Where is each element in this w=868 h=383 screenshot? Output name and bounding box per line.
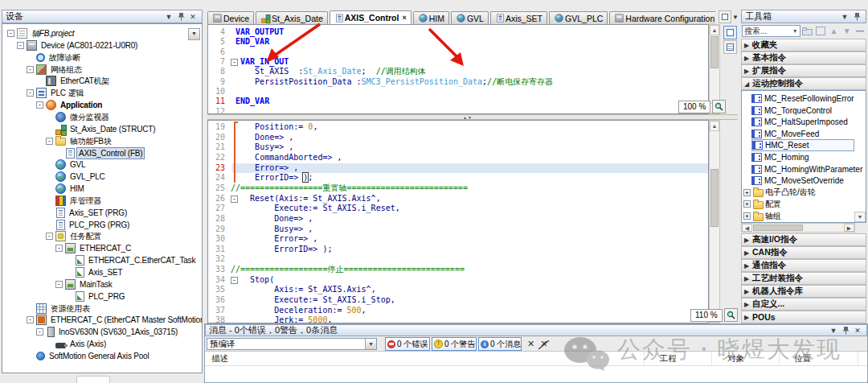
tree-item[interactable]: Axis_SET (PRG) bbox=[2, 207, 202, 219]
editor-splitter[interactable]: ▲▼ bbox=[207, 114, 738, 120]
expander-icon[interactable]: - bbox=[27, 89, 34, 97]
tree-item[interactable]: -PLC 逻辑 bbox=[2, 87, 202, 99]
move-up-icon[interactable]: ▲ bbox=[828, 26, 839, 37]
expander-icon[interactable]: - bbox=[55, 281, 63, 288]
toolbox-section[interactable]: ◢运动控制指令 bbox=[741, 77, 866, 90]
fold-icon[interactable]: - bbox=[231, 59, 238, 66]
warnings-toggle-button[interactable]: 0 个警告 bbox=[432, 337, 477, 351]
tree-item[interactable]: SoftMotion General Axis Pool bbox=[2, 350, 202, 362]
chevron-down-icon[interactable]: ▼ bbox=[792, 28, 798, 34]
tab-axis-control[interactable]: AXIS_Control× bbox=[330, 10, 411, 24]
expander-icon[interactable]: - bbox=[46, 138, 53, 145]
magnifier-icon[interactable] bbox=[712, 100, 726, 113]
expander-icon[interactable]: - bbox=[36, 328, 43, 336]
toolbox-item[interactable]: HMC_Reset bbox=[751, 139, 854, 151]
tab-him[interactable]: HIM bbox=[413, 11, 449, 24]
tab-dropdown-icon[interactable]: ▼ bbox=[732, 14, 739, 21]
dropdown-icon[interactable]: ▼ bbox=[163, 11, 174, 22]
tree-item[interactable]: EtherCAT机架 bbox=[2, 75, 202, 87]
col-description[interactable]: 描述 bbox=[211, 353, 228, 364]
tab-hardware-configuration[interactable]: Hardware Configuration bbox=[609, 11, 715, 24]
tree-item[interactable]: Axis_SET bbox=[2, 266, 202, 278]
tree-item[interactable]: 微分监视器 bbox=[2, 111, 202, 123]
expander-icon[interactable]: - bbox=[36, 101, 43, 109]
tree-item[interactable]: Axis (Axis) bbox=[2, 338, 202, 350]
toolbox-item[interactable]: +配置 bbox=[743, 198, 854, 210]
body-zoom-control[interactable]: 110 % bbox=[690, 308, 738, 322]
expander-icon[interactable]: - bbox=[27, 66, 34, 73]
pin-icon[interactable] bbox=[840, 325, 851, 336]
decl-zoom-control[interactable]: 100 % bbox=[678, 100, 726, 113]
tab-device[interactable]: Device bbox=[207, 11, 254, 24]
chevron-down-icon[interactable]: ▼ bbox=[365, 339, 376, 349]
toolbox-item[interactable]: MC_MoveSetOverride bbox=[751, 175, 854, 187]
new-folder-icon[interactable] bbox=[802, 26, 813, 37]
dropdown-icon[interactable]: ▼ bbox=[839, 11, 850, 22]
body-scrollbar[interactable]: ▲ ▼ bbox=[709, 120, 720, 323]
fold-icon[interactable]: - bbox=[231, 277, 238, 284]
pin-icon[interactable] bbox=[851, 11, 862, 22]
toolbox-section[interactable]: ▶收藏夹 bbox=[741, 39, 866, 51]
toolbox-section[interactable]: ▶工艺封装指令 bbox=[741, 272, 866, 285]
expander-icon[interactable]: - bbox=[55, 245, 63, 252]
expander-icon[interactable]: - bbox=[27, 316, 34, 323]
declaration-pane[interactable]: 4 VAR_OUTPUT5 END_VAR67-VAR_IN_OUT8 St_A… bbox=[207, 24, 709, 114]
messages-toggle-button[interactable]: 0 个消息 bbox=[478, 337, 522, 351]
tab-gvl[interactable]: GVL bbox=[451, 11, 489, 24]
toolbox-item[interactable]: MC_Homing bbox=[751, 151, 854, 163]
expander-icon[interactable]: + bbox=[743, 200, 751, 208]
toolbox-item[interactable]: MC_ResetFollowingError bbox=[751, 93, 854, 105]
toolbox-item[interactable]: MC_MoveFeed bbox=[751, 128, 854, 140]
tree-item[interactable]: -ETHERCAT_C (EtherCAT Master SoftMotion) bbox=[2, 314, 202, 326]
message-filter-combo[interactable]: 预编译 ▼ bbox=[207, 338, 377, 350]
tree-item[interactable]: PLC_PRG bbox=[2, 290, 202, 303]
filter-clear-icon[interactable]: ✕ bbox=[540, 339, 547, 349]
toolbox-item[interactable]: +电子凸轮/齿轮 bbox=[743, 187, 854, 199]
tree-item[interactable]: -MainTask bbox=[2, 278, 202, 290]
toolbox-item[interactable]: MC_HaltSuperImposed bbox=[751, 116, 854, 128]
toolbox-section[interactable]: ▶基本指令 bbox=[741, 51, 866, 64]
toolbox-vscroll-down[interactable]: ▼ bbox=[854, 212, 866, 222]
declaration-view-button[interactable] bbox=[723, 26, 737, 39]
tree-item[interactable]: HIM bbox=[2, 183, 202, 195]
tree-item[interactable]: -轴FB.project▼ bbox=[2, 27, 202, 39]
tab-close-icon[interactable]: × bbox=[402, 14, 406, 22]
magnifier-icon[interactable] bbox=[724, 308, 738, 322]
decl-zoom-value[interactable]: 100 % bbox=[678, 101, 710, 113]
tree-item[interactable]: -任务配置 bbox=[2, 230, 202, 242]
tree-item[interactable]: ETHERCAT_C.EtherCAT_Task bbox=[2, 254, 202, 266]
toolbox-item[interactable]: +轴组 bbox=[743, 210, 854, 222]
tree-item[interactable]: GVL bbox=[2, 159, 202, 171]
fold-icon[interactable]: - bbox=[231, 196, 238, 203]
tree-item[interactable]: -InoSV630N (SV630_1Axis_03715) bbox=[2, 326, 202, 338]
tree-item[interactable]: -网络组态 bbox=[2, 64, 202, 76]
tree-item[interactable]: 故障诊断 bbox=[2, 51, 202, 64]
toolbox-hscrollbar[interactable]: ◀▶ bbox=[741, 223, 855, 233]
remove-icon[interactable]: — bbox=[854, 26, 866, 37]
clear-messages-icon[interactable]: ✕ bbox=[527, 339, 534, 349]
toolbox-section[interactable]: ▶高速I/O指令 bbox=[741, 233, 866, 246]
tree-item[interactable]: St_Axis_Date (STRUCT) bbox=[2, 123, 202, 135]
tab-gvl-plc[interactable]: GVL_PLC bbox=[549, 11, 608, 24]
toolbox-section[interactable]: ▶通信指令 bbox=[741, 259, 866, 272]
tree-item[interactable]: GVL_PLC bbox=[2, 171, 202, 183]
tree-item[interactable]: -Device (AC801-0221-U0R0) bbox=[2, 39, 202, 51]
toolbox-section[interactable]: ▶CAN指令 bbox=[741, 246, 866, 259]
expander-icon[interactable]: + bbox=[743, 212, 751, 220]
tab-st-axis-date[interactable]: St_Axis_Date bbox=[256, 11, 328, 24]
move-down-icon[interactable]: ▼ bbox=[841, 26, 852, 37]
tab-axis-set[interactable]: Axis_SET bbox=[490, 11, 547, 24]
toolbox-section[interactable]: ▶POUs bbox=[741, 311, 866, 323]
tree-dropdown-icon[interactable]: ▼ bbox=[188, 28, 200, 40]
tree-item[interactable]: 库管理器 bbox=[2, 195, 202, 207]
expander-icon[interactable]: + bbox=[743, 189, 751, 196]
tree-item[interactable]: PLC_PRG (PRG) bbox=[2, 219, 202, 231]
close-icon[interactable]: ✕ bbox=[187, 11, 199, 22]
close-icon[interactable]: ✕ bbox=[852, 325, 863, 336]
code-body-pane[interactable]: 19 Position:= 0,20 Done=> ,21 Busy=> ,22… bbox=[207, 120, 709, 323]
body-zoom-value[interactable]: 110 % bbox=[690, 309, 723, 322]
expander-icon[interactable]: - bbox=[7, 30, 14, 37]
pin-icon[interactable] bbox=[175, 11, 186, 22]
tree-item[interactable]: AXIS_Control (FB) bbox=[2, 147, 202, 159]
toolbox-search-input[interactable]: 搜索... ▼ bbox=[742, 25, 800, 37]
